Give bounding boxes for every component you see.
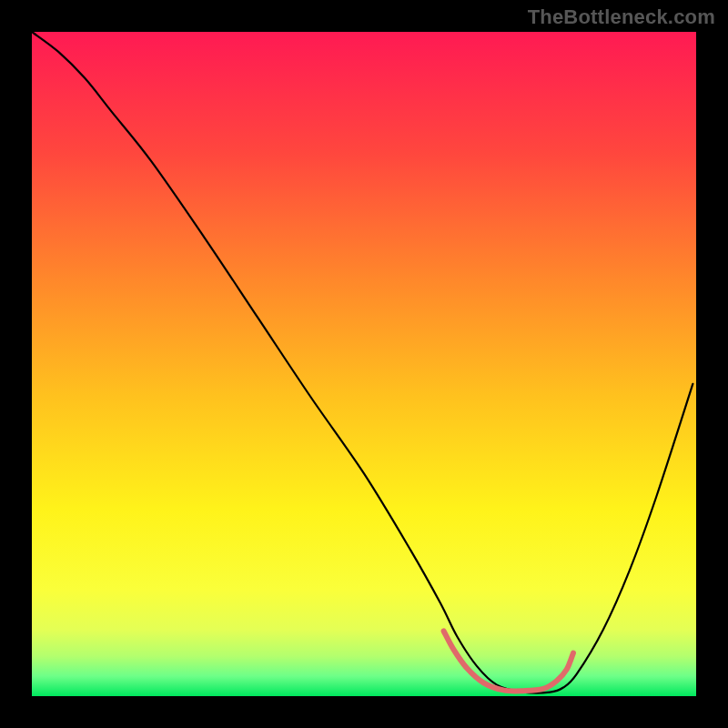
watermark-label: TheBottleneck.com (528, 5, 715, 29)
bottleneck-chart (0, 0, 728, 728)
plot-background (32, 32, 696, 696)
chart-frame: { "watermark": "TheBottleneck.com", "cha… (0, 0, 728, 728)
